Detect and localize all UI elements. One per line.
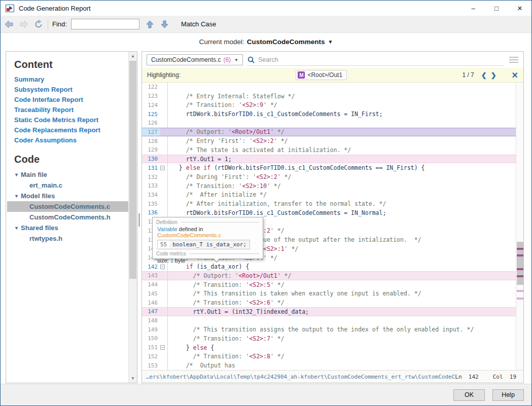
content-link[interactable]: Code Replacements Report [14, 125, 128, 135]
tree-collapse-icon[interactable]: ▾ [15, 225, 18, 231]
scroll-down-icon[interactable]: ▼ [129, 374, 137, 383]
fold-gutter [160, 191, 168, 200]
code-text: if (is_data_xor) { [168, 262, 523, 271]
menu-icon[interactable] [509, 57, 518, 63]
ok-button[interactable]: OK [453, 389, 485, 401]
code-text: rtY.Out1 = 1; [168, 155, 523, 163]
highlight-position-mark[interactable] [517, 275, 523, 277]
collapse-icon[interactable]: − [160, 345, 165, 350]
file-link[interactable]: CustomCodeComments.c [157, 232, 221, 238]
highlight-badge-text: <Root>/Out1 [307, 71, 342, 79]
line-number: 152 [142, 352, 160, 361]
trace-link[interactable]: <S2>:5 [249, 281, 270, 288]
help-button[interactable]: Help [492, 389, 524, 401]
content-links: SummarySubsystem ReportCode Interface Re… [14, 75, 128, 145]
match-case-toggle[interactable]: Match Case [181, 20, 216, 28]
content-heading: Content [14, 59, 128, 70]
code-line: 127 /* Outport: '<Root>/Out1' */ [142, 128, 523, 137]
code-generation-report-window: { "window": { "title": "Code Generation … [0, 0, 532, 406]
previous-highlight-icon[interactable]: ❮ [481, 71, 487, 79]
content-link[interactable]: Code Interface Report [14, 95, 128, 105]
code-text: /* Transition: '<S2>:10' */ [168, 181, 523, 191]
next-highlight-icon[interactable]: ❯ [491, 71, 496, 79]
tree-file-item[interactable]: CustomCodeComments.c [7, 201, 128, 212]
trace-link[interactable]: <Root>/Out1 [239, 272, 277, 279]
definition-code-text: boolean_T is_data_xor; [172, 241, 246, 248]
content-link[interactable]: Subsystem Report [14, 85, 128, 95]
close-button[interactable]: ✕ [508, 1, 531, 16]
code-text: /* The state is activated at initializat… [168, 145, 523, 155]
tree-file-item[interactable]: CustomCodeComments.h [14, 212, 128, 223]
trace-link[interactable]: <S2>:10 [242, 182, 266, 190]
find-previous-icon[interactable] [144, 19, 156, 30]
file-selector-dropdown[interactable]: CustomCodeComments.c (6) ▼ [147, 54, 243, 65]
fold-gutter [160, 199, 168, 208]
code-text: /* Outport: '<Root>/Out1' */ [168, 128, 523, 136]
line-number[interactable]: 136 [142, 208, 160, 217]
content-link[interactable]: Static Code Metrics Report [14, 115, 128, 125]
back-icon[interactable] [3, 19, 15, 30]
tree-item-label: rtwtypes.h [29, 235, 62, 242]
sidebar-scrollbar-thumb[interactable] [129, 61, 136, 279]
code-line: 151− } else { [142, 343, 523, 352]
trace-link[interactable]: <S2>:1 [263, 245, 285, 252]
trace-link[interactable]: <S2>:2 [256, 173, 277, 180]
find-input[interactable] [71, 19, 139, 29]
trace-link[interactable]: <S2>:9 [242, 101, 263, 108]
content-link[interactable]: Traceability Report [14, 105, 128, 115]
code-line: 132 /* During 'First': '<S2>:2' */ [142, 172, 523, 181]
code-scrollbar[interactable] [516, 83, 523, 370]
scroll-up-icon[interactable]: ▲ [129, 52, 137, 60]
line-number: 123 [142, 92, 160, 101]
line-number[interactable]: 147 [142, 308, 160, 316]
highlight-badge[interactable]: M <Root>/Out1 [296, 70, 347, 80]
content-link[interactable]: Coder Assumptions [14, 135, 128, 145]
collapse-icon[interactable]: − [160, 166, 165, 170]
line-number[interactable]: 130 [142, 155, 160, 163]
code-text: /* Outport: '<Root>/Out1' */ [168, 272, 523, 280]
line-number[interactable]: 125 [142, 109, 160, 119]
line-number[interactable]: 142 [142, 262, 160, 271]
find-next-icon[interactable] [159, 19, 171, 30]
fold-gutter [160, 298, 168, 307]
tree-file-item[interactable]: ert_main.c [14, 180, 128, 191]
trace-link[interactable]: <Root>/Out1 [232, 128, 270, 135]
code-text: /* Transition: '<S2>:7' */ [168, 334, 523, 343]
line-number[interactable]: 131 [142, 163, 160, 172]
comment-text: /* Transition: ' [172, 335, 249, 342]
comment-text: /* Outport: ' [172, 272, 239, 279]
tree-group[interactable]: ▾Model files [14, 191, 128, 201]
line-number: 122 [142, 83, 160, 92]
content-link[interactable]: Summary [14, 75, 128, 85]
comment-text: /* The state is activated at initializat… [172, 146, 351, 154]
highlight-position-mark[interactable] [517, 248, 523, 250]
tree-group[interactable]: ▾Shared files [14, 223, 128, 233]
highlight-position-mark[interactable] [517, 290, 523, 292]
maximize-button[interactable]: □ [485, 1, 508, 16]
trace-link[interactable]: <S2>:6 [249, 299, 270, 306]
file-path: …ers\kfobert\AppData\Local\Temp\tp4c2429… [146, 374, 455, 380]
trace-link[interactable]: <S2>:7 [249, 335, 270, 342]
tree-collapse-icon[interactable]: ▾ [15, 193, 18, 199]
trace-link[interactable]: <S2>:2 [253, 137, 274, 144]
highlight-position-mark[interactable] [517, 268, 523, 270]
tree-collapse-icon[interactable]: ▾ [15, 172, 18, 177]
forward-icon[interactable] [18, 19, 30, 30]
sidebar-scrollbar[interactable]: ▲ ▼ [128, 52, 137, 383]
comment-text: ' */ [277, 272, 292, 279]
close-highlighting-icon[interactable]: ✕ [512, 70, 518, 80]
search-field[interactable]: Search [247, 54, 504, 66]
current-model-dropdown-icon[interactable]: ▼ [328, 39, 333, 45]
panel-splitter-handle[interactable] [138, 213, 140, 227]
code-line: 123 /* Entry Internal: Stateflow */ [142, 92, 523, 101]
trace-link[interactable]: <S2>:8 [249, 353, 270, 360]
minimize-button[interactable]: – [462, 1, 485, 16]
highlight-position-mark[interactable] [517, 254, 523, 256]
variable-link[interactable]: Variable [157, 226, 178, 232]
comment-text: ' */ [263, 254, 277, 262]
tree-group[interactable]: ▾Main file [14, 169, 128, 180]
refresh-icon[interactable] [32, 19, 45, 30]
tree-file-item[interactable]: rtwtypes.h [14, 233, 128, 244]
highlight-position-mark[interactable] [517, 298, 523, 300]
collapse-icon[interactable]: − [160, 265, 165, 269]
